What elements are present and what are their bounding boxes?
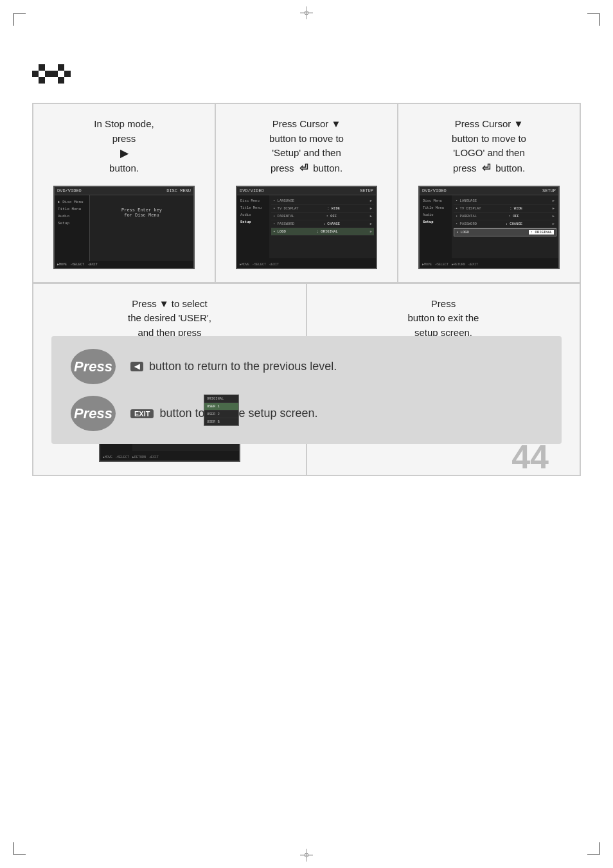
- corner-mark-br: [587, 842, 600, 855]
- note-1-description: button to return to the previous level.: [149, 359, 337, 375]
- sidebar-setup: Setup: [57, 220, 87, 227]
- svg-rect-9: [45, 71, 51, 77]
- s2-disc-menu: Disc Menu: [239, 197, 267, 204]
- step-1-text: In Stop mode,press▶button.: [94, 117, 154, 176]
- screen-1-footer: ▶MOVE ⏎SELECT ◁EXIT: [55, 261, 193, 268]
- s3-language: • LANGUAGE▶: [454, 197, 556, 205]
- s3-parental: • PARENTAL: OFF▶: [454, 213, 556, 220]
- s2-title-menu: Title Menu: [239, 204, 267, 211]
- step-cell-1: In Stop mode,press▶button. DVD/VIDEO DIS…: [33, 103, 215, 283]
- screen-1-body: ▶ Disc Menu Title Menu Audio Setup Press…: [55, 195, 193, 266]
- step-5-text: Pressbutton to exit thesetup screen.: [408, 297, 479, 341]
- screen-2-footer: ▶MOVE ⏎SELECT ◁EXIT: [237, 261, 376, 268]
- step-cell-3: Press Cursor ▼button to move to'LOGO' an…: [398, 103, 580, 283]
- screen-1-main: Press Enter keyfor Disc Menu: [90, 195, 193, 266]
- note-1-content: ◀ button to return to the previous level…: [129, 359, 337, 375]
- s3-logo: • LOGO: ORIGINAL: [454, 228, 556, 236]
- page-container: In Stop mode,press▶button. DVD/VIDEO DIS…: [0, 0, 613, 868]
- screen-2-body: Disc Menu Title Menu Audio Setup • LANGU…: [237, 195, 376, 258]
- s2-parental: • PARENTAL: OFF▶: [271, 213, 374, 220]
- main-content: In Stop mode,press▶button. DVD/VIDEO DIS…: [32, 103, 581, 495]
- screen-4-footer: ▶MOVE ⏎SELECT ▶RETURN ◁EXIT: [100, 454, 239, 461]
- s2-password: • PASSWORD: CHANGE▶: [271, 220, 374, 228]
- screen-1-center-text: Press Enter keyfor Disc Menu: [93, 198, 191, 218]
- bottom-notes-section: Press ◀ button to return to the previous…: [51, 336, 562, 444]
- svg-rect-11: [58, 64, 64, 71]
- s2-setup: Setup: [239, 218, 267, 226]
- screen-1-mockup: DVD/VIDEO DISC MENU ▶ Disc Menu Title Me…: [53, 186, 195, 269]
- corner-mark-bl: [13, 842, 26, 855]
- screen-3-sidebar: Disc Menu Title Menu Audio Setup: [420, 195, 452, 258]
- note-row-2: Press EXIT button to exit the setup scre…: [71, 396, 542, 431]
- corner-mark-tl: [13, 13, 26, 26]
- note-2-press-text: Press: [74, 405, 112, 422]
- submenu-overlay: ORIGINAL USER 1 USER 2 USER B: [204, 394, 239, 426]
- step-cell-2: Press Cursor ▼button to move to'Setup' a…: [215, 103, 398, 283]
- screen-1-sidebar: ▶ Disc Menu Title Menu Audio Setup: [55, 195, 90, 266]
- screen-3-footer: ▶MOVE ⏎SELECT ▶RETURN ◁EXIT: [420, 261, 558, 268]
- spacer-1: [32, 476, 581, 495]
- note-1-button-icon: ◀: [130, 362, 143, 371]
- screen-3-header: DVD/VIDEO SETUP: [420, 187, 558, 195]
- submenu-user1: USER 1: [204, 403, 238, 411]
- svg-rect-12: [58, 77, 64, 84]
- steps-row-1: In Stop mode,press▶button. DVD/VIDEO DIS…: [32, 103, 581, 283]
- step-1-button-hint: ▶: [120, 148, 128, 159]
- page-number: 44: [511, 438, 549, 476]
- logo-area: [32, 64, 71, 96]
- step-3-text: Press Cursor ▼button to move to'LOGO' an…: [452, 117, 526, 176]
- s3-audio: Audio: [422, 211, 450, 218]
- crosshair-top: [300, 6, 313, 19]
- s2-tv-display: • TV DISPLAY: WIDE▶: [271, 205, 374, 213]
- sidebar-disc-menu: ▶ Disc Menu: [57, 198, 87, 206]
- s3-disc-menu: Disc Menu: [422, 197, 450, 204]
- screen-2-main: • LANGUAGE▶ • TV DISPLAY: WIDE▶ • PARENT…: [269, 195, 376, 258]
- note-2-button-icon: EXIT: [130, 409, 154, 418]
- corner-mark-tr: [587, 13, 600, 26]
- brand-logo-icon: [32, 64, 71, 93]
- s3-tv-display: • TV DISPLAY: WIDE▶: [454, 205, 556, 213]
- screen-2-sidebar: Disc Menu Title Menu Audio Setup: [237, 195, 269, 258]
- s3-title-menu: Title Menu: [422, 204, 450, 211]
- screen-1-header: DVD/VIDEO DISC MENU: [55, 187, 193, 195]
- note-2-badge: Press: [71, 396, 116, 431]
- sidebar-audio: Audio: [57, 213, 87, 220]
- svg-rect-6: [32, 71, 39, 77]
- step-3-button-hint: ⏎: [482, 163, 490, 173]
- s2-logo: • LOGO: ORIGINAL▶: [271, 228, 374, 236]
- svg-rect-7: [39, 64, 45, 71]
- s3-password: • PASSWORD: CHANGE▶: [454, 220, 556, 228]
- note-1-badge: Press: [71, 349, 116, 384]
- s2-language: • LANGUAGE▶: [271, 197, 374, 205]
- submenu-userb: USER B: [204, 418, 238, 425]
- screen-3-main: • LANGUAGE▶ • TV DISPLAY: WIDE▶ • PARENT…: [452, 195, 558, 258]
- sidebar-title-menu: Title Menu: [57, 206, 87, 213]
- note-row-1: Press ◀ button to return to the previous…: [71, 349, 542, 384]
- screen-3-mockup: DVD/VIDEO SETUP Disc Menu Title Menu Aud…: [418, 186, 560, 269]
- s3-setup: Setup: [422, 218, 450, 226]
- screen-2-header: DVD/VIDEO SETUP: [237, 187, 376, 195]
- screen-2-mockup: DVD/VIDEO SETUP Disc Menu Title Menu Aud…: [236, 186, 377, 269]
- submenu-user2: USER 2: [204, 411, 238, 418]
- note-1-press-text: Press: [74, 359, 112, 375]
- svg-rect-8: [39, 77, 45, 84]
- crosshair-bottom: [300, 849, 313, 862]
- svg-rect-13: [64, 71, 71, 77]
- step-2-text: Press Cursor ▼button to move to'Setup' a…: [269, 117, 344, 176]
- step-2-button-hint: ⏎: [299, 163, 308, 173]
- submenu-original: ORIGINAL: [204, 395, 238, 403]
- screen-3-body: Disc Menu Title Menu Audio Setup • LANGU…: [420, 195, 558, 258]
- s2-audio: Audio: [239, 211, 267, 218]
- svg-rect-10: [51, 71, 58, 77]
